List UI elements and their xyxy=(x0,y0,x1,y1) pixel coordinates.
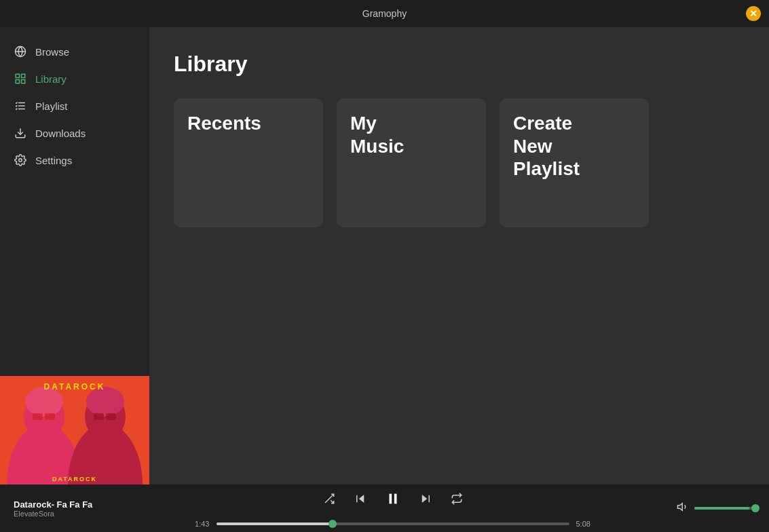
my-music-card[interactable]: MyMusic xyxy=(337,98,486,227)
recents-card[interactable]: Recents xyxy=(174,98,323,227)
recents-card-title: Recents xyxy=(187,112,310,135)
settings-icon xyxy=(14,153,27,167)
sidebar-album-art: DATAROCK DATAROCK xyxy=(0,376,149,484)
svg-rect-30 xyxy=(394,494,396,504)
volume-icon xyxy=(677,501,689,516)
svg-point-10 xyxy=(19,159,22,162)
svg-rect-21 xyxy=(94,413,104,420)
next-button[interactable] xyxy=(417,490,434,508)
download-icon xyxy=(14,126,27,140)
player-info: Datarock- Fa Fa Fa ElevateSora xyxy=(14,499,109,518)
player-track-name: Datarock- Fa Fa Fa xyxy=(14,499,109,510)
library-cards: Recents MyMusic CreateNewPlaylist xyxy=(174,98,745,227)
progress-thumb xyxy=(329,520,337,528)
time-total: 5:08 xyxy=(576,520,597,528)
svg-rect-3 xyxy=(22,74,25,77)
sidebar: Browse Library xyxy=(0,27,149,484)
svg-text:DATAROCK: DATAROCK xyxy=(52,476,97,482)
volume-bar[interactable] xyxy=(694,507,755,510)
create-new-playlist-card[interactable]: CreateNewPlaylist xyxy=(500,98,649,227)
svg-rect-4 xyxy=(16,80,19,83)
playlist-icon xyxy=(14,99,27,113)
sidebar-library-label: Library xyxy=(35,73,67,85)
svg-marker-33 xyxy=(678,504,683,511)
my-music-card-title: MyMusic xyxy=(350,112,472,157)
album-art-image: DATAROCK DATAROCK xyxy=(0,376,149,484)
player-bar: Datarock- Fa Fa Fa ElevateSora xyxy=(0,484,769,532)
repeat-button[interactable] xyxy=(448,490,466,508)
svg-text:DATAROCK: DATAROCK xyxy=(44,382,106,392)
page-title: Library xyxy=(174,52,745,77)
library-content: Library Recents MyMusic CreateNewPlaylis… xyxy=(149,27,769,484)
sidebar-item-downloads[interactable]: Downloads xyxy=(0,119,149,147)
sidebar-downloads-label: Downloads xyxy=(35,128,86,139)
titlebar: Gramophy ✕ xyxy=(0,0,769,27)
svg-rect-5 xyxy=(22,80,25,83)
main-layout: Browse Library xyxy=(0,27,769,484)
sidebar-item-settings[interactable]: Settings xyxy=(0,147,149,174)
svg-rect-29 xyxy=(389,494,392,504)
svg-rect-2 xyxy=(16,74,19,77)
progress-row: 1:43 5:08 xyxy=(189,520,597,528)
svg-marker-27 xyxy=(358,495,364,503)
sidebar-item-playlist[interactable]: Playlist xyxy=(0,92,149,119)
player-controls: 1:43 5:08 xyxy=(119,489,666,528)
close-button[interactable]: ✕ xyxy=(746,6,761,21)
control-buttons xyxy=(320,489,466,509)
player-artist-name: ElevateSora xyxy=(14,510,109,518)
progress-fill xyxy=(217,522,333,525)
play-pause-button[interactable] xyxy=(383,489,403,509)
sidebar-item-browse[interactable]: Browse xyxy=(0,38,149,65)
shuffle-button[interactable] xyxy=(320,490,338,508)
svg-marker-31 xyxy=(421,495,427,503)
svg-rect-22 xyxy=(106,413,116,420)
sidebar-item-library[interactable]: Library xyxy=(0,65,149,92)
sidebar-browse-label: Browse xyxy=(35,46,69,58)
app-title: Gramophy xyxy=(362,8,407,19)
progress-bar[interactable] xyxy=(217,522,569,525)
sidebar-settings-label: Settings xyxy=(35,155,72,166)
time-current: 1:43 xyxy=(189,520,210,528)
volume-fill xyxy=(694,507,749,510)
library-icon xyxy=(14,72,27,86)
create-new-playlist-card-title: CreateNewPlaylist xyxy=(513,112,635,180)
previous-button[interactable] xyxy=(352,490,369,508)
sidebar-playlist-label: Playlist xyxy=(35,100,68,112)
svg-rect-20 xyxy=(45,413,55,420)
svg-rect-19 xyxy=(33,413,43,420)
globe-icon xyxy=(14,45,27,58)
volume-section xyxy=(677,501,755,516)
volume-thumb xyxy=(751,504,759,512)
